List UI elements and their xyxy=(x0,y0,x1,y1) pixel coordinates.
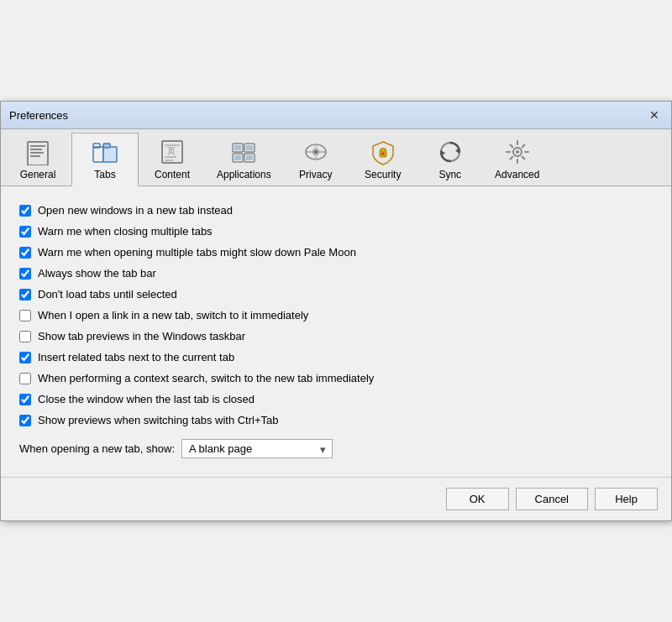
checkbox-cb9[interactable] xyxy=(19,373,31,384)
svg-rect-19 xyxy=(246,145,253,150)
tab-privacy-label: Privacy xyxy=(299,169,332,180)
checkbox-cb2[interactable] xyxy=(19,226,31,238)
tab-privacy[interactable]: Privacy xyxy=(282,133,349,186)
svg-point-32 xyxy=(516,150,519,154)
tab-security-label: Security xyxy=(365,169,401,180)
checkbox-label-cb5[interactable]: Don't load tabs until selected xyxy=(38,288,177,301)
preferences-window: Preferences ✕ General xyxy=(0,101,672,521)
tab-sync[interactable]: Sync xyxy=(417,133,484,186)
checkbox-cb4[interactable] xyxy=(19,268,31,280)
content-area: Open new windows in a new tab insteadWar… xyxy=(1,186,671,477)
checkbox-cb3[interactable] xyxy=(19,247,31,259)
window-title: Preferences xyxy=(9,109,68,122)
checkbox-label-cb4[interactable]: Always show the tab bar xyxy=(38,267,156,280)
checkbox-row-cb10: Close the window when the last tab is cl… xyxy=(18,389,654,410)
svg-rect-12 xyxy=(165,156,176,158)
tab-content[interactable]: 页 Content xyxy=(139,133,206,186)
checkbox-cb6[interactable] xyxy=(19,310,31,321)
tab-tabs[interactable]: Tabs xyxy=(71,133,139,186)
new-tab-select-wrapper: A blank pageHome pageNew tab page xyxy=(181,439,333,458)
tab-advanced[interactable]: Advanced xyxy=(484,133,551,186)
checkbox-row-cb9: When performing a context search, switch… xyxy=(18,368,654,389)
svg-rect-2 xyxy=(30,149,42,150)
svg-rect-5 xyxy=(93,147,103,162)
tab-applications-label: Applications xyxy=(217,169,271,180)
checkbox-label-cb1[interactable]: Open new windows in a new tab instead xyxy=(38,204,233,217)
checkbox-row-cb5: Don't load tabs until selected xyxy=(18,284,654,305)
applications-icon xyxy=(230,139,257,165)
checkbox-label-cb11[interactable]: Show previews when switching tabs with C… xyxy=(38,414,279,426)
new-tab-select[interactable]: A blank pageHome pageNew tab page xyxy=(181,439,333,458)
checkbox-label-cb3[interactable]: Warn me when opening multiple tabs might… xyxy=(38,246,356,259)
checkbox-row-cb7: Show tab previews in the Windows taskbar xyxy=(18,326,654,347)
svg-marker-30 xyxy=(441,150,445,156)
close-button[interactable]: ✕ xyxy=(646,107,663,123)
checkbox-label-cb10[interactable]: Close the window when the last tab is cl… xyxy=(38,393,255,405)
tab-tabs-label: Tabs xyxy=(94,169,115,180)
checkbox-row-cb8: Insert related tabs next to the current … xyxy=(18,347,654,368)
tab-content-label: Content xyxy=(155,169,190,180)
svg-rect-6 xyxy=(93,144,100,148)
tab-security[interactable]: Security xyxy=(349,133,417,186)
checkbox-label-cb6[interactable]: When I open a link in a new tab, switch … xyxy=(38,309,308,321)
tab-general[interactable]: General xyxy=(4,133,71,186)
svg-point-27 xyxy=(381,153,384,155)
svg-rect-13 xyxy=(165,159,173,161)
svg-rect-3 xyxy=(30,152,44,154)
checkbox-row-cb1: Open new windows in a new tab instead xyxy=(18,200,654,221)
privacy-icon xyxy=(302,139,329,165)
help-button[interactable]: Help xyxy=(595,488,658,510)
tabs-icon xyxy=(92,139,118,165)
svg-rect-8 xyxy=(103,144,110,148)
svg-text:页: 页 xyxy=(167,146,176,155)
svg-rect-1 xyxy=(30,145,45,147)
checkbox-row-cb3: Warn me when opening multiple tabs might… xyxy=(18,242,654,263)
tab-applications[interactable]: Applications xyxy=(206,133,282,186)
checkbox-row-cb6: When I open a link in a new tab, switch … xyxy=(18,305,654,326)
svg-rect-18 xyxy=(234,145,241,150)
svg-rect-11 xyxy=(165,144,180,146)
checkbox-row-cb4: Always show the tab bar xyxy=(18,263,654,284)
title-bar: Preferences ✕ xyxy=(1,102,671,129)
checkbox-cb8[interactable] xyxy=(19,352,31,363)
svg-rect-4 xyxy=(30,155,40,157)
checkbox-cb5[interactable] xyxy=(19,289,31,301)
checkbox-label-cb9[interactable]: When performing a context search, switch… xyxy=(38,372,374,384)
tab-general-label: General xyxy=(20,169,56,180)
general-icon xyxy=(24,139,51,165)
checkbox-label-cb7[interactable]: Show tab previews in the Windows taskbar xyxy=(38,330,245,342)
sync-icon xyxy=(437,139,464,165)
svg-rect-21 xyxy=(246,155,253,160)
tab-advanced-label: Advanced xyxy=(495,169,539,180)
tab-sync-label: Sync xyxy=(438,169,461,180)
svg-rect-20 xyxy=(234,155,241,160)
svg-marker-29 xyxy=(455,148,459,154)
checkbox-cb11[interactable] xyxy=(19,415,31,426)
checkbox-list: Open new windows in a new tab insteadWar… xyxy=(18,200,654,431)
cancel-button[interactable]: Cancel xyxy=(516,488,588,510)
security-icon xyxy=(370,139,396,165)
advanced-icon xyxy=(504,139,531,165)
checkbox-cb1[interactable] xyxy=(19,205,31,217)
footer: OK Cancel Help xyxy=(1,477,671,520)
checkbox-row-cb11: Show previews when switching tabs with C… xyxy=(18,410,654,431)
svg-rect-7 xyxy=(103,147,117,162)
checkbox-cb10[interactable] xyxy=(19,394,31,405)
checkbox-row-cb2: Warn me when closing multiple tabs xyxy=(18,221,654,242)
checkbox-label-cb8[interactable]: Insert related tabs next to the current … xyxy=(38,351,234,363)
new-tab-row: When opening a new tab, show: A blank pa… xyxy=(18,431,654,463)
ok-button[interactable]: OK xyxy=(446,488,509,510)
content-icon: 页 xyxy=(159,139,186,165)
checkbox-cb7[interactable] xyxy=(19,331,31,342)
tabs-bar: General Tabs 页 xyxy=(1,129,671,186)
new-tab-label: When opening a new tab, show: xyxy=(19,442,175,455)
checkbox-label-cb2[interactable]: Warn me when closing multiple tabs xyxy=(38,225,213,238)
